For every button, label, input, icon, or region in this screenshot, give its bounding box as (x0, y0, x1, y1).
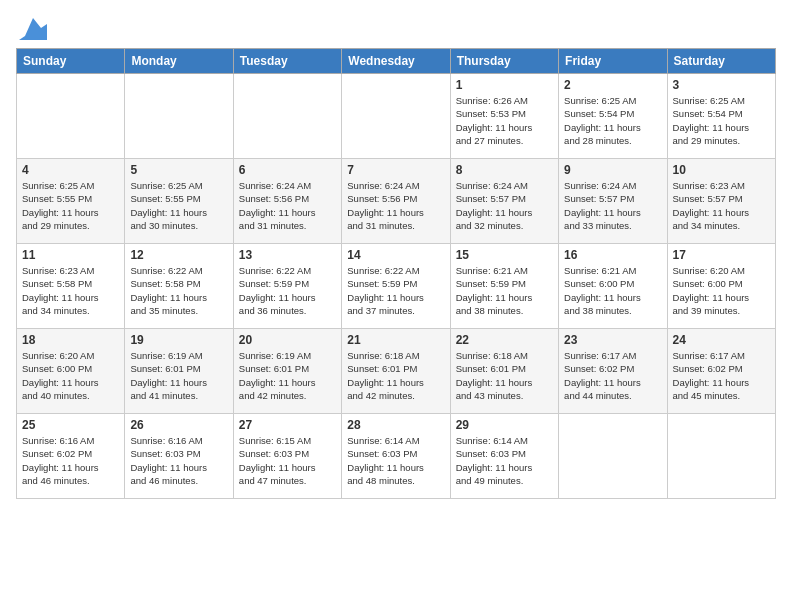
day-cell: 29Sunrise: 6:14 AM Sunset: 6:03 PM Dayli… (450, 414, 558, 499)
day-cell: 11Sunrise: 6:23 AM Sunset: 5:58 PM Dayli… (17, 244, 125, 329)
day-cell (233, 74, 341, 159)
day-info: Sunrise: 6:16 AM Sunset: 6:03 PM Dayligh… (130, 434, 227, 487)
day-number: 14 (347, 248, 444, 262)
day-cell: 3Sunrise: 6:25 AM Sunset: 5:54 PM Daylig… (667, 74, 775, 159)
page: SundayMondayTuesdayWednesdayThursdayFrid… (0, 0, 792, 612)
day-cell: 20Sunrise: 6:19 AM Sunset: 6:01 PM Dayli… (233, 329, 341, 414)
day-cell: 9Sunrise: 6:24 AM Sunset: 5:57 PM Daylig… (559, 159, 667, 244)
day-cell: 23Sunrise: 6:17 AM Sunset: 6:02 PM Dayli… (559, 329, 667, 414)
weekday-tuesday: Tuesday (233, 49, 341, 74)
day-info: Sunrise: 6:17 AM Sunset: 6:02 PM Dayligh… (564, 349, 661, 402)
day-cell: 16Sunrise: 6:21 AM Sunset: 6:00 PM Dayli… (559, 244, 667, 329)
day-info: Sunrise: 6:22 AM Sunset: 5:59 PM Dayligh… (239, 264, 336, 317)
logo-text (16, 14, 47, 42)
day-cell: 4Sunrise: 6:25 AM Sunset: 5:55 PM Daylig… (17, 159, 125, 244)
day-number: 7 (347, 163, 444, 177)
day-number: 24 (673, 333, 770, 347)
weekday-header-row: SundayMondayTuesdayWednesdayThursdayFrid… (17, 49, 776, 74)
day-number: 15 (456, 248, 553, 262)
day-cell: 12Sunrise: 6:22 AM Sunset: 5:58 PM Dayli… (125, 244, 233, 329)
day-number: 18 (22, 333, 119, 347)
day-number: 9 (564, 163, 661, 177)
day-number: 23 (564, 333, 661, 347)
day-info: Sunrise: 6:25 AM Sunset: 5:54 PM Dayligh… (673, 94, 770, 147)
day-cell: 6Sunrise: 6:24 AM Sunset: 5:56 PM Daylig… (233, 159, 341, 244)
day-info: Sunrise: 6:20 AM Sunset: 6:00 PM Dayligh… (673, 264, 770, 317)
day-number: 10 (673, 163, 770, 177)
day-number: 22 (456, 333, 553, 347)
week-row-2: 4Sunrise: 6:25 AM Sunset: 5:55 PM Daylig… (17, 159, 776, 244)
day-cell (342, 74, 450, 159)
day-info: Sunrise: 6:20 AM Sunset: 6:00 PM Dayligh… (22, 349, 119, 402)
weekday-wednesday: Wednesday (342, 49, 450, 74)
day-cell: 28Sunrise: 6:14 AM Sunset: 6:03 PM Dayli… (342, 414, 450, 499)
day-cell (667, 414, 775, 499)
day-number: 29 (456, 418, 553, 432)
day-info: Sunrise: 6:23 AM Sunset: 5:58 PM Dayligh… (22, 264, 119, 317)
day-cell: 5Sunrise: 6:25 AM Sunset: 5:55 PM Daylig… (125, 159, 233, 244)
weekday-thursday: Thursday (450, 49, 558, 74)
day-info: Sunrise: 6:17 AM Sunset: 6:02 PM Dayligh… (673, 349, 770, 402)
week-row-1: 1Sunrise: 6:26 AM Sunset: 5:53 PM Daylig… (17, 74, 776, 159)
logo (16, 14, 47, 42)
day-number: 5 (130, 163, 227, 177)
day-info: Sunrise: 6:23 AM Sunset: 5:57 PM Dayligh… (673, 179, 770, 232)
day-cell: 17Sunrise: 6:20 AM Sunset: 6:00 PM Dayli… (667, 244, 775, 329)
day-number: 8 (456, 163, 553, 177)
weekday-saturday: Saturday (667, 49, 775, 74)
day-cell: 25Sunrise: 6:16 AM Sunset: 6:02 PM Dayli… (17, 414, 125, 499)
logo-icon (19, 14, 47, 42)
day-cell: 8Sunrise: 6:24 AM Sunset: 5:57 PM Daylig… (450, 159, 558, 244)
day-cell: 7Sunrise: 6:24 AM Sunset: 5:56 PM Daylig… (342, 159, 450, 244)
day-number: 6 (239, 163, 336, 177)
header (16, 10, 776, 42)
day-number: 1 (456, 78, 553, 92)
day-number: 20 (239, 333, 336, 347)
day-cell: 13Sunrise: 6:22 AM Sunset: 5:59 PM Dayli… (233, 244, 341, 329)
day-cell (559, 414, 667, 499)
day-cell: 18Sunrise: 6:20 AM Sunset: 6:00 PM Dayli… (17, 329, 125, 414)
week-row-4: 18Sunrise: 6:20 AM Sunset: 6:00 PM Dayli… (17, 329, 776, 414)
calendar-table: SundayMondayTuesdayWednesdayThursdayFrid… (16, 48, 776, 499)
day-cell: 24Sunrise: 6:17 AM Sunset: 6:02 PM Dayli… (667, 329, 775, 414)
week-row-5: 25Sunrise: 6:16 AM Sunset: 6:02 PM Dayli… (17, 414, 776, 499)
weekday-monday: Monday (125, 49, 233, 74)
day-info: Sunrise: 6:25 AM Sunset: 5:55 PM Dayligh… (22, 179, 119, 232)
day-info: Sunrise: 6:15 AM Sunset: 6:03 PM Dayligh… (239, 434, 336, 487)
day-info: Sunrise: 6:21 AM Sunset: 6:00 PM Dayligh… (564, 264, 661, 317)
day-number: 12 (130, 248, 227, 262)
day-info: Sunrise: 6:24 AM Sunset: 5:56 PM Dayligh… (347, 179, 444, 232)
day-info: Sunrise: 6:14 AM Sunset: 6:03 PM Dayligh… (456, 434, 553, 487)
day-number: 11 (22, 248, 119, 262)
day-info: Sunrise: 6:14 AM Sunset: 6:03 PM Dayligh… (347, 434, 444, 487)
day-number: 27 (239, 418, 336, 432)
day-cell (125, 74, 233, 159)
day-number: 16 (564, 248, 661, 262)
day-cell: 15Sunrise: 6:21 AM Sunset: 5:59 PM Dayli… (450, 244, 558, 329)
day-cell: 19Sunrise: 6:19 AM Sunset: 6:01 PM Dayli… (125, 329, 233, 414)
day-info: Sunrise: 6:24 AM Sunset: 5:56 PM Dayligh… (239, 179, 336, 232)
day-info: Sunrise: 6:22 AM Sunset: 5:58 PM Dayligh… (130, 264, 227, 317)
weekday-friday: Friday (559, 49, 667, 74)
day-cell: 2Sunrise: 6:25 AM Sunset: 5:54 PM Daylig… (559, 74, 667, 159)
day-number: 21 (347, 333, 444, 347)
day-number: 26 (130, 418, 227, 432)
day-number: 2 (564, 78, 661, 92)
day-cell: 14Sunrise: 6:22 AM Sunset: 5:59 PM Dayli… (342, 244, 450, 329)
day-cell: 27Sunrise: 6:15 AM Sunset: 6:03 PM Dayli… (233, 414, 341, 499)
day-info: Sunrise: 6:21 AM Sunset: 5:59 PM Dayligh… (456, 264, 553, 317)
day-number: 19 (130, 333, 227, 347)
day-info: Sunrise: 6:24 AM Sunset: 5:57 PM Dayligh… (456, 179, 553, 232)
day-cell: 26Sunrise: 6:16 AM Sunset: 6:03 PM Dayli… (125, 414, 233, 499)
day-number: 4 (22, 163, 119, 177)
day-info: Sunrise: 6:25 AM Sunset: 5:54 PM Dayligh… (564, 94, 661, 147)
day-info: Sunrise: 6:19 AM Sunset: 6:01 PM Dayligh… (239, 349, 336, 402)
day-number: 3 (673, 78, 770, 92)
week-row-3: 11Sunrise: 6:23 AM Sunset: 5:58 PM Dayli… (17, 244, 776, 329)
day-info: Sunrise: 6:19 AM Sunset: 6:01 PM Dayligh… (130, 349, 227, 402)
day-info: Sunrise: 6:25 AM Sunset: 5:55 PM Dayligh… (130, 179, 227, 232)
day-cell: 1Sunrise: 6:26 AM Sunset: 5:53 PM Daylig… (450, 74, 558, 159)
day-cell: 10Sunrise: 6:23 AM Sunset: 5:57 PM Dayli… (667, 159, 775, 244)
day-info: Sunrise: 6:22 AM Sunset: 5:59 PM Dayligh… (347, 264, 444, 317)
svg-marker-0 (19, 18, 47, 40)
